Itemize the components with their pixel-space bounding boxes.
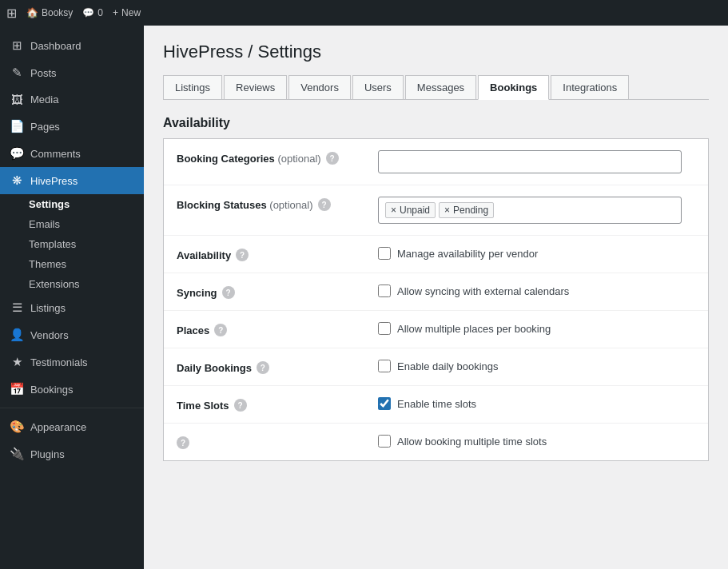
sidebar-item-label: Vendors bbox=[30, 329, 69, 341]
checkbox-label-daily-bookings[interactable]: Enable daily bookings bbox=[378, 360, 498, 372]
checkbox-text-syncing: Allow syncing with external calendars bbox=[397, 285, 569, 297]
sidebar-sub-item-emails[interactable]: Emails bbox=[29, 214, 144, 234]
wp-logo[interactable]: ⊞ bbox=[6, 6, 17, 21]
sidebar-item-testimonials[interactable]: ★ Testimonials bbox=[0, 348, 144, 376]
tab-messages[interactable]: Messages bbox=[405, 75, 476, 99]
sidebar-item-listings[interactable]: ☰ Listings bbox=[0, 294, 144, 321]
media-icon: 🖼 bbox=[10, 93, 24, 106]
appearance-icon: 🎨 bbox=[10, 420, 24, 434]
tab-bookings[interactable]: Bookings bbox=[478, 75, 549, 100]
help-icon-daily-bookings[interactable]: ? bbox=[257, 361, 269, 374]
help-icon-blocking-statuses[interactable]: ? bbox=[318, 198, 331, 211]
control-places: Allow multiple places per booking bbox=[378, 322, 695, 335]
control-booking-categories bbox=[378, 150, 695, 173]
checkbox-label-availability[interactable]: Manage availability per vendor bbox=[378, 247, 538, 260]
checkbox-daily-bookings[interactable] bbox=[378, 360, 391, 372]
sidebar-item-label: Posts bbox=[30, 67, 57, 79]
sidebar-sub-item-themes[interactable]: Themes bbox=[29, 254, 144, 274]
control-availability: Manage availability per vendor bbox=[378, 247, 695, 260]
app-body: ⊞ Dashboard ✎ Posts 🖼 Media 📄 Pages 💬 Co… bbox=[0, 26, 728, 569]
sidebar-item-plugins[interactable]: 🔌 Plugins bbox=[0, 440, 144, 468]
wp-icon: ⊞ bbox=[6, 6, 17, 21]
settings-row-daily-bookings: Daily Bookings ? Enable daily bookings bbox=[164, 348, 708, 386]
site-name-link[interactable]: 🏠 Booksy bbox=[26, 7, 73, 18]
sidebar-item-bookings[interactable]: 📅 Bookings bbox=[0, 376, 144, 403]
control-daily-bookings: Enable daily bookings bbox=[378, 360, 695, 372]
sidebar-item-label: Listings bbox=[30, 302, 66, 314]
sidebar-item-appearance[interactable]: 🎨 Appearance bbox=[0, 413, 144, 440]
comments-link[interactable]: 💬 0 bbox=[82, 7, 103, 18]
tag-input-blocking-statuses[interactable]: × Unpaid × Pending bbox=[378, 197, 682, 224]
sidebar-item-label: Dashboard bbox=[30, 40, 82, 52]
settings-row-time-slots: Time Slots ? Enable time slots bbox=[164, 386, 708, 424]
label-time-slots: Time Slots ? bbox=[177, 397, 368, 412]
sidebar-sub-item-extensions[interactable]: Extensions bbox=[29, 274, 144, 294]
sidebar-sub-item-settings[interactable]: Settings bbox=[29, 194, 144, 214]
sidebar-item-vendors[interactable]: 👤 Vendors bbox=[0, 321, 144, 348]
label-availability: Availability ? bbox=[177, 247, 368, 261]
checkbox-text-places: Allow multiple places per booking bbox=[397, 323, 551, 335]
sidebar-item-label: Pages bbox=[30, 121, 60, 133]
checkbox-label-time-slots[interactable]: Enable time slots bbox=[378, 397, 476, 410]
sidebar-item-hivepress[interactable]: ❋ HivePress bbox=[0, 167, 144, 194]
home-icon: 🏠 bbox=[26, 7, 38, 18]
checkbox-label-syncing[interactable]: Allow syncing with external calendars bbox=[378, 284, 569, 297]
input-booking-categories[interactable] bbox=[378, 150, 682, 173]
label-daily-bookings: Daily Bookings ? bbox=[177, 360, 368, 374]
checkbox-text-time-slots: Enable time slots bbox=[397, 398, 476, 410]
settings-row-multiple-time-slots: ? Allow booking multiple time slots bbox=[164, 424, 708, 460]
tab-listings[interactable]: Listings bbox=[163, 75, 222, 99]
tag-remove-x: × bbox=[444, 205, 450, 216]
help-icon-booking-categories[interactable]: ? bbox=[326, 152, 339, 165]
tab-reviews[interactable]: Reviews bbox=[224, 75, 287, 99]
sidebar-item-label: Comments bbox=[30, 148, 81, 160]
checkbox-availability[interactable] bbox=[378, 247, 391, 260]
control-time-slots: Enable time slots bbox=[378, 397, 695, 410]
checkbox-time-slots[interactable] bbox=[378, 397, 391, 410]
sidebar-item-posts[interactable]: ✎ Posts bbox=[0, 59, 144, 86]
tag-unpaid: × Unpaid bbox=[385, 202, 436, 218]
sidebar-item-label: Appearance bbox=[30, 421, 86, 433]
checkbox-multiple-time-slots[interactable] bbox=[378, 435, 391, 448]
hivepress-icon: ❋ bbox=[10, 173, 24, 188]
checkbox-label-multiple-time-slots[interactable]: Allow booking multiple time slots bbox=[378, 435, 547, 448]
sidebar-item-label: Plugins bbox=[30, 448, 65, 460]
settings-table: Booking Categories (optional) ? Blocking… bbox=[163, 139, 709, 461]
main-content: HivePress / Settings Listings Reviews Ve… bbox=[144, 26, 728, 569]
section-title-availability: Availability bbox=[163, 116, 709, 139]
new-content-link[interactable]: + New bbox=[113, 7, 141, 18]
help-icon-places[interactable]: ? bbox=[214, 324, 227, 336]
label-blocking-statuses: Blocking Statuses (optional) ? bbox=[177, 197, 368, 211]
top-bar: ⊞ 🏠 Booksy 💬 0 + New bbox=[0, 0, 728, 26]
help-icon-availability[interactable]: ? bbox=[236, 249, 249, 261]
sidebar-item-media[interactable]: 🖼 Media bbox=[0, 86, 144, 113]
checkbox-places[interactable] bbox=[378, 322, 391, 335]
help-icon-time-slots[interactable]: ? bbox=[234, 399, 247, 412]
checkbox-text-daily-bookings: Enable daily bookings bbox=[397, 360, 498, 372]
tab-integrations[interactable]: Integrations bbox=[551, 75, 629, 99]
tabs-bar: Listings Reviews Vendors Users Messages … bbox=[163, 75, 709, 100]
tag-label: Unpaid bbox=[400, 205, 430, 216]
help-icon-multiple-time-slots[interactable]: ? bbox=[177, 436, 189, 449]
sidebar-item-pages[interactable]: 📄 Pages bbox=[0, 113, 144, 140]
sidebar-sub-item-templates[interactable]: Templates bbox=[29, 234, 144, 254]
control-syncing: Allow syncing with external calendars bbox=[378, 284, 695, 297]
sidebar-item-comments[interactable]: 💬 Comments bbox=[0, 140, 144, 167]
tab-users[interactable]: Users bbox=[352, 75, 404, 99]
comments-sidebar-icon: 💬 bbox=[10, 146, 24, 161]
checkbox-label-places[interactable]: Allow multiple places per booking bbox=[378, 322, 551, 335]
comments-icon: 💬 bbox=[82, 7, 94, 18]
label-booking-categories: Booking Categories (optional) ? bbox=[177, 150, 368, 165]
sidebar-item-label: Bookings bbox=[30, 384, 73, 396]
control-multiple-time-slots: Allow booking multiple time slots bbox=[378, 435, 695, 448]
tag-pending: × Pending bbox=[439, 202, 494, 218]
sidebar-item-dashboard[interactable]: ⊞ Dashboard bbox=[0, 32, 144, 59]
tab-vendors[interactable]: Vendors bbox=[288, 75, 351, 99]
help-icon-syncing[interactable]: ? bbox=[222, 286, 235, 299]
label-multiple-time-slots: ? bbox=[177, 435, 368, 449]
settings-row-blocking-statuses: Blocking Statuses (optional) ? × Unpaid … bbox=[164, 185, 708, 236]
checkbox-syncing[interactable] bbox=[378, 284, 391, 297]
plugins-icon: 🔌 bbox=[10, 447, 24, 461]
new-label: New bbox=[121, 7, 141, 18]
site-name: Booksy bbox=[42, 7, 73, 18]
